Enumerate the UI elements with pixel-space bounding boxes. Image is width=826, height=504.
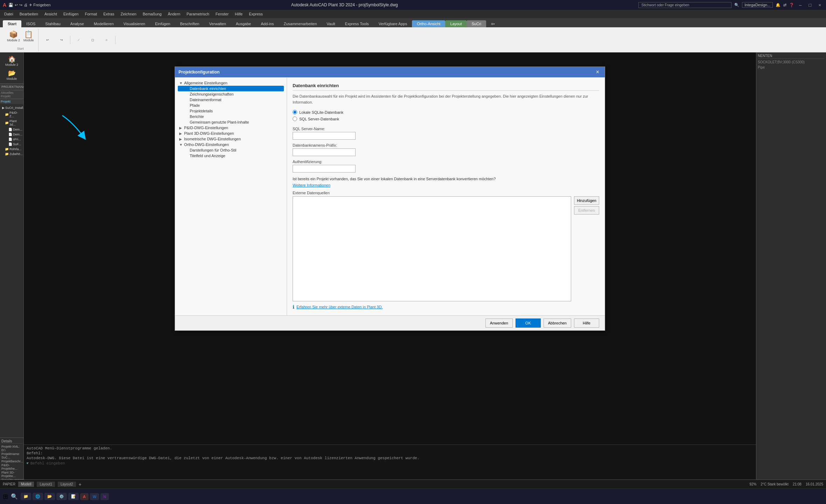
tree-node-pfade[interactable]: Pfade (178, 103, 284, 108)
minimize-button[interactable]: – (797, 2, 804, 8)
menu-ansicht[interactable]: Ansicht (42, 10, 60, 18)
tab-analyse[interactable]: Analyse (65, 20, 89, 27)
tree-section-pid[interactable]: ▶ P&ID-DWG-Einstellungen (178, 125, 284, 131)
sql-server-input[interactable] (293, 132, 356, 140)
tab-expresstools[interactable]: Express Tools (340, 20, 374, 27)
tree-section-ortho[interactable]: ▼ Ortho-DWG-Einstellungen (178, 142, 284, 147)
auth-input[interactable] (293, 165, 356, 173)
sidebar-module-btn[interactable]: 🏠 Module 2 (1, 54, 22, 68)
print-icon[interactable]: 🖨 (24, 3, 28, 7)
model-tab[interactable]: Modell (18, 482, 34, 487)
taskbar-item-word[interactable]: W (90, 493, 99, 500)
tree-node-zeichnung[interactable]: Zeichnungseigenschaften (178, 91, 284, 97)
taskbar-item-files[interactable]: 📂 (44, 493, 55, 500)
tab-layout[interactable]: Layout (445, 20, 467, 27)
tree-node-ortho-stil[interactable]: Darstellungen für Ortho-Stil (178, 147, 284, 153)
proj-item-5[interactable]: 📄 sFri... (1, 137, 22, 142)
tab-apps[interactable]: Verfügbare Apps (374, 20, 412, 27)
db-prefix-input[interactable] (293, 148, 356, 156)
tab-beschriften[interactable]: Beschriften (175, 20, 204, 27)
proj-item-6[interactable]: 📄 SuF... (1, 142, 22, 147)
tab-more[interactable]: ≡• (486, 20, 499, 27)
tab-modellieren[interactable]: Modellieren (89, 20, 119, 27)
ribbon-btn-module2[interactable]: 📦 Module 2 (6, 29, 21, 43)
tree-section-allgemein[interactable]: ▼ Allgemeine Einstellungen (178, 80, 284, 86)
remove-source-button[interactable]: Entfernen (574, 206, 599, 215)
tab-sucri[interactable]: SuCri (467, 20, 486, 27)
dialog-close-button[interactable]: × (594, 68, 601, 76)
tree-node-titelfeld[interactable]: Titelfeld und Anzeige (178, 153, 284, 159)
taskbar-item-app1[interactable]: ⚙️ (56, 493, 67, 500)
tree-section-iso[interactable]: ▶ Isometrische DWG-Einstellungen (178, 136, 284, 142)
proj-item-3[interactable]: 📄 Dem... (1, 127, 22, 132)
tab-addins[interactable]: Add-ins (256, 20, 279, 27)
search-bar[interactable]: Stichwort oder Frage eingeben (638, 2, 732, 8)
tab-isos[interactable]: ISOS (21, 20, 40, 27)
user-label[interactable]: IntegaDesign... (742, 2, 773, 8)
proj-item-0[interactable]: ▶ SuCri_Install... (1, 105, 22, 110)
info-link[interactable]: Erfahren Sie mehr über externe Daten in … (296, 305, 383, 309)
tree-section-plant3d[interactable]: ▶ Plant 3D-DWG-Einstellungen (178, 131, 284, 136)
menu-datei[interactable]: Datei (1, 10, 16, 18)
maximize-button[interactable]: □ (807, 2, 814, 8)
layout2-tab[interactable]: Layout2 (58, 482, 76, 487)
tab-einfuegen[interactable]: Einfügen (150, 20, 175, 27)
ribbon-btn-circle[interactable]: ○ (100, 37, 113, 42)
tab-verwalten[interactable]: Verwalten (204, 20, 231, 27)
menu-bearbeiten[interactable]: Bearbeiten (17, 10, 41, 18)
tab-vault[interactable]: Vault (322, 20, 340, 27)
menu-express[interactable]: Express (246, 10, 266, 18)
help-icon[interactable]: ❓ (789, 3, 794, 7)
tree-node-datenbank[interactable]: Datenbank einrichten (178, 86, 284, 91)
menu-bemasssung[interactable]: Bemaßung (140, 10, 164, 18)
menu-hilfe[interactable]: Hilfe (232, 10, 245, 18)
taskbar-item-autocad[interactable]: A (80, 493, 89, 500)
ok-button[interactable]: OK (516, 318, 541, 328)
undo-icon[interactable]: ↩ (15, 3, 18, 7)
window-close-button[interactable]: × (816, 2, 823, 8)
tree-node-dateiname[interactable]: Dateinamenformat (178, 97, 284, 103)
tab-ausgabe[interactable]: Ausgabe (231, 20, 256, 27)
menu-extras[interactable]: Extras (100, 10, 117, 18)
add-layout-btn[interactable]: + (79, 482, 82, 487)
add-source-button[interactable]: Hinzufügen (574, 196, 599, 205)
sync-icon[interactable]: ⇄ (783, 3, 786, 7)
tab-visualisieren[interactable]: Visualisieren (119, 20, 150, 27)
search-icon[interactable]: 🔍 (734, 3, 739, 7)
tab-zusammenarbeiten[interactable]: Zusammenarbeiten (279, 20, 322, 27)
tab-ortho[interactable]: Ortho-Ansicht (412, 20, 445, 27)
tree-node-berichte[interactable]: Berichte (178, 114, 284, 119)
taskbar-item-notepad[interactable]: 📝 (68, 493, 79, 500)
start-button[interactable]: ⊞ (3, 493, 8, 500)
papier-label[interactable]: PAPIER (3, 482, 15, 486)
proj-item-7[interactable]: 📁 Rohrla... (1, 147, 22, 152)
apply-button[interactable]: Anwenden (485, 318, 513, 328)
radio-sql[interactable] (293, 117, 297, 121)
save-icon[interactable]: 💾 (8, 3, 13, 7)
redo-icon[interactable]: ↪ (19, 3, 22, 7)
menu-fenster[interactable]: Fenster (213, 10, 231, 18)
tab-start[interactable]: Start (3, 20, 21, 27)
radio-sqlite[interactable] (293, 110, 297, 114)
search-button[interactable]: 🔍 (11, 493, 18, 500)
proj-item-1[interactable]: 📁 P&ID-Z... (1, 110, 22, 119)
taskbar-item-explorer[interactable]: 📁 (21, 493, 31, 500)
menu-format[interactable]: Format (82, 10, 100, 18)
ribbon-btn-module[interactable]: 📋 Module (22, 29, 35, 43)
more-info-link[interactable]: Weitere Informationen (293, 183, 599, 187)
layout1-tab[interactable]: Layout1 (37, 482, 55, 487)
proj-item-4[interactable]: 📄 Dem... (1, 132, 22, 137)
proj-item-2[interactable]: 📁 Plant 3d... (1, 119, 22, 127)
taskbar-item-browser[interactable]: 🌐 (33, 493, 43, 500)
ribbon-btn-poly[interactable]: ◻ (86, 37, 99, 42)
menu-zeichnen[interactable]: Zeichnen (118, 10, 139, 18)
cancel-button[interactable]: Abbrechen (544, 318, 571, 328)
tree-node-gemeinsam[interactable]: Gemeinsam genutzte Plant-Inhalte (178, 119, 284, 125)
help-button[interactable]: Hilfe (574, 318, 599, 328)
proj-item-8[interactable]: 📁 Zubehö... (1, 152, 22, 156)
ribbon-btn-undo[interactable]: ↩ (41, 37, 54, 42)
bell-icon[interactable]: 🔔 (776, 3, 780, 7)
ribbon-btn-redo[interactable]: ↪ (55, 37, 68, 42)
tab-stahlbau[interactable]: Stahlbau (40, 20, 65, 27)
taskbar-item-onenote[interactable]: N (100, 493, 109, 500)
